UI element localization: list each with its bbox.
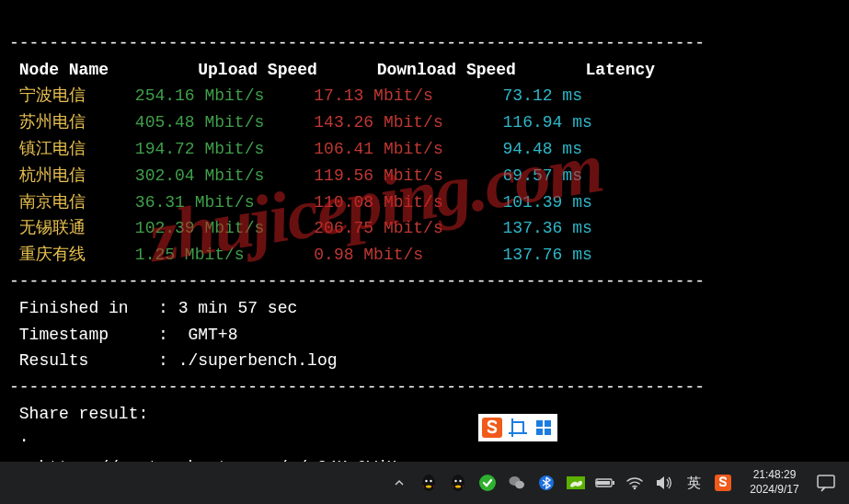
latency: 137.76 ms [503, 246, 592, 264]
node-name: 重庆有线 [19, 246, 86, 264]
col-latency: Latency [586, 61, 656, 79]
svg-rect-1 [512, 422, 523, 433]
share-label: Share result: [9, 405, 148, 423]
speedtest-row: 苏州电信 405.48 Mbit/s 143.26 Mbit/s 116.94 … [9, 113, 592, 132]
download-speed: 106.41 Mbit/s [314, 140, 442, 158]
download-speed: 143.26 Mbit/s [314, 113, 442, 132]
svg-point-14 [459, 480, 461, 482]
col-node: Node Name [19, 61, 109, 79]
svg-rect-4 [536, 420, 543, 427]
svg-rect-7 [545, 429, 551, 435]
results-value: ./superbench.log [178, 351, 338, 370]
ime-toolbar[interactable] [478, 414, 557, 441]
nvidia-icon[interactable] [566, 473, 586, 493]
upload-speed: 194.72 Mbit/s [135, 140, 264, 158]
sogou-ime-icon[interactable] [481, 417, 503, 439]
qq-icon[interactable] [448, 473, 468, 493]
col-upload: Upload Speed [198, 61, 317, 79]
svg-point-15 [455, 486, 461, 488]
svg-point-10 [430, 480, 431, 482]
upload-speed: 302.04 Mbit/s [135, 166, 264, 185]
node-name: 杭州电信 [19, 166, 86, 185]
clock-date: 2024/9/17 [750, 483, 798, 496]
upload-speed: 254.16 Mbit/s [135, 86, 264, 105]
taskbar-clock[interactable]: 21:48:29 2024/9/17 [742, 468, 807, 497]
latency: 73.12 ms [503, 86, 582, 105]
latency: 94.48 ms [503, 140, 582, 158]
grid-icon[interactable] [533, 417, 555, 439]
crop-icon[interactable] [507, 417, 529, 439]
volume-icon[interactable] [654, 473, 674, 493]
system-tray: 英 [389, 473, 733, 493]
svg-rect-26 [818, 475, 834, 487]
tray-chevron-icon[interactable] [389, 473, 409, 493]
svg-rect-22 [613, 481, 614, 485]
svg-point-12 [452, 475, 465, 491]
download-speed: 110.08 Mbit/s [314, 193, 442, 212]
qq-icon[interactable] [419, 473, 439, 493]
svg-rect-5 [545, 420, 551, 427]
latency: 137.36 ms [503, 219, 592, 237]
divider: ----------------------------------------… [9, 272, 705, 291]
sogou-tray-icon[interactable] [713, 473, 733, 493]
results-label: Results [19, 351, 89, 370]
speedtest-row: 南京电信 36.31 Mbit/s 110.08 Mbit/s 101.39 m… [9, 193, 592, 212]
latency: 69.57 ms [503, 166, 582, 185]
timestamp-value: GMT+8 [188, 326, 237, 344]
bluetooth-icon[interactable] [536, 473, 556, 493]
timestamp-line: Timestamp : GMT+8 [9, 326, 237, 344]
finished-value: 3 min 57 sec [178, 299, 298, 317]
notifications-icon[interactable] [810, 469, 842, 497]
divider: ----------------------------------------… [9, 34, 705, 52]
wifi-icon[interactable] [625, 473, 645, 493]
node-name: 镇江电信 [19, 140, 86, 158]
finished-label: Finished in [19, 299, 129, 317]
checkmark-icon[interactable] [477, 473, 498, 493]
svg-point-11 [426, 486, 431, 488]
svg-point-9 [425, 480, 427, 482]
language-indicator[interactable]: 英 [683, 473, 704, 493]
col-download: Download Speed [377, 61, 516, 79]
clock-time: 21:48:29 [753, 468, 797, 481]
svg-point-13 [454, 480, 456, 482]
upload-speed: 1.25 Mbit/s [135, 246, 245, 264]
svg-point-24 [634, 487, 637, 490]
download-speed: 206.75 Mbit/s [314, 219, 442, 237]
divider: ----------------------------------------… [9, 378, 705, 396]
node-name: 苏州电信 [19, 113, 86, 132]
upload-speed: 405.48 Mbit/s [135, 113, 264, 132]
speedtest-row: 重庆有线 1.25 Mbit/s 0.98 Mbit/s 137.76 ms [9, 246, 592, 264]
latency: 101.39 ms [503, 193, 592, 212]
finished-line: Finished in : 3 min 57 sec [9, 299, 297, 317]
node-name: 无锡联通 [19, 219, 86, 237]
svg-rect-23 [598, 481, 610, 485]
svg-point-16 [479, 475, 496, 491]
download-speed: 0.98 Mbit/s [314, 246, 423, 264]
speedtest-row: 镇江电信 194.72 Mbit/s 106.41 Mbit/s 94.48 m… [9, 140, 582, 158]
results-line: Results : ./superbench.log [9, 351, 337, 370]
node-name: 南京电信 [19, 193, 86, 212]
svg-point-8 [422, 475, 435, 491]
speedtest-row: 无锡联通 102.39 Mbit/s 206.75 Mbit/s 137.36 … [9, 219, 592, 237]
svg-rect-6 [536, 429, 543, 435]
terminal-output: ----------------------------------------… [0, 0, 849, 484]
download-speed: 17.13 Mbit/s [314, 86, 433, 105]
speedtest-row: 杭州电信 302.04 Mbit/s 119.56 Mbit/s 69.57 m… [9, 166, 582, 185]
wechat-icon[interactable] [507, 473, 527, 493]
speedtest-row: 宁波电信 254.16 Mbit/s 17.13 Mbit/s 73.12 ms [9, 86, 582, 105]
timestamp-label: Timestamp [19, 326, 109, 344]
node-name: 宁波电信 [19, 86, 86, 105]
bullet-line: · [9, 431, 29, 450]
header-row: Node Name Upload Speed Download Speed La… [9, 61, 655, 79]
upload-speed: 36.31 Mbit/s [135, 193, 255, 212]
battery-icon[interactable] [595, 473, 615, 493]
upload-speed: 102.39 Mbit/s [135, 219, 264, 237]
taskbar: 英 21:48:29 2024/9/17 [0, 462, 849, 504]
latency: 116.94 ms [503, 113, 592, 132]
download-speed: 119.56 Mbit/s [314, 166, 442, 185]
svg-point-18 [515, 481, 524, 488]
